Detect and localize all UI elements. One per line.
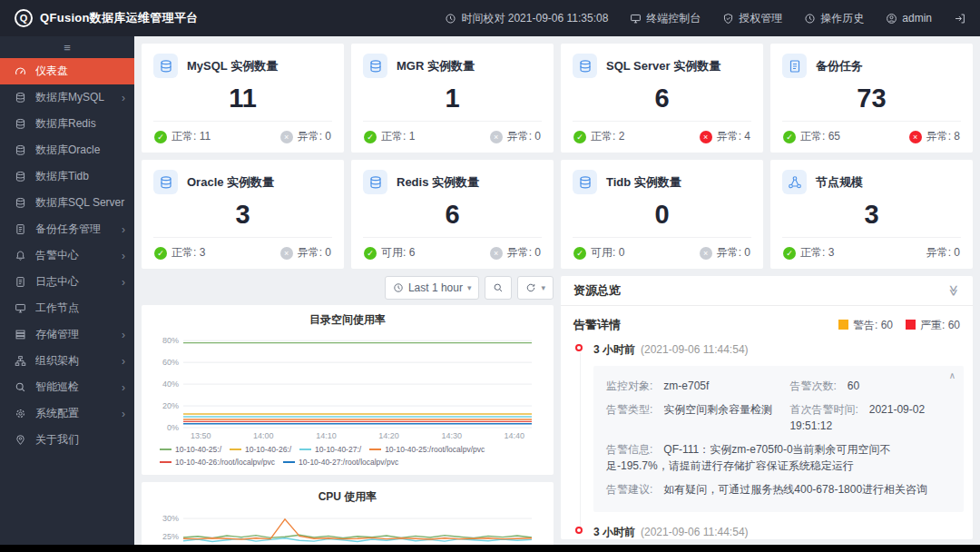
stat-card-redis: Redis 实例数量 6 ✓可用: 6×异常: 0 (351, 160, 554, 269)
bad-count: 异常: 8 (926, 129, 960, 144)
sidebar-nav: 仪表盘 数据库MySQL› 数据库Redis 数据库Oracle 数据库Tidb… (0, 58, 134, 453)
ok-count: 正常: 65 (800, 129, 840, 144)
svg-text:25%: 25% (162, 532, 179, 541)
bad-count: 异常: 0 (507, 245, 541, 261)
x-circle-icon: × (280, 247, 293, 260)
gear-icon (15, 408, 26, 419)
sidebar-item-inspection[interactable]: 智能巡检› (0, 374, 134, 400)
sidebar-item-oracle[interactable]: 数据库Oracle (0, 137, 134, 163)
sidebar-item-mysql[interactable]: 数据库MySQL› (0, 84, 134, 111)
check-circle-icon: ✓ (573, 131, 586, 143)
sidebar-item-sqlserver[interactable]: 数据库SQL Server (0, 190, 134, 216)
chevron-right-icon: › (122, 250, 125, 262)
svg-text:14:10: 14:10 (316, 431, 337, 440)
cpu-usage-chart-card: CPU 使用率 30%25%20%13:5014:0014:1014:2014:… (142, 482, 554, 552)
svg-text:80%: 80% (162, 336, 179, 345)
alert-advice: 如有疑问，可通过服务热线400-678-1800进行相关咨询 (663, 483, 927, 496)
alerts-title: 告警详情 (573, 317, 621, 333)
card-title: 备份任务 (816, 58, 863, 74)
x-circle-icon: × (280, 131, 293, 143)
legend-item[interactable]: 10-10-40-27:/ (299, 444, 361, 455)
legend-item[interactable]: 10-10-40-26:/ (230, 444, 291, 455)
svg-text:0%: 0% (167, 423, 179, 432)
legend-item[interactable]: 10-10-40-25:/ (160, 444, 221, 455)
sidebar-item-organization[interactable]: 组织架构› (0, 348, 134, 374)
card-value: 0 (573, 200, 751, 230)
charts-column: Last 1 hour▾ ▾ 目录空间使用率 80%60%40%20%0%13:… (142, 276, 554, 552)
gauge-icon (15, 65, 26, 77)
critical-swatch (906, 320, 916, 330)
svg-text:14:40: 14:40 (505, 431, 525, 440)
collapse-panel-icon[interactable]: ≫ (948, 285, 961, 297)
card-title: Oracle 实例数量 (187, 174, 274, 191)
database-icon (15, 144, 26, 156)
clock-icon (393, 282, 404, 293)
chevron-right-icon: › (122, 92, 125, 104)
license-management-button[interactable]: 授权管理 (722, 11, 782, 26)
sidebar-item-tidb[interactable]: 数据库Tidb (0, 163, 134, 190)
ok-count: 正常: 11 (172, 129, 211, 144)
x-circle-icon: × (490, 247, 503, 260)
collapse-sidebar-icon[interactable]: ≡ (64, 41, 71, 54)
sidebar-item-backup-tasks[interactable]: 备份任务管理› (0, 216, 134, 242)
sidebar-item-system-config[interactable]: 系统配置› (0, 400, 134, 427)
ok-count: 正常: 3 (172, 245, 205, 261)
alert-timestamp: (2021-09-06 11:44:54) (641, 343, 749, 356)
time-range-label: Last 1 hour (408, 281, 463, 294)
operation-history-button[interactable]: 操作历史 (804, 11, 864, 26)
shield-icon (722, 13, 734, 25)
card-value: 11 (153, 84, 332, 113)
topbar-actions: 时间校对 2021-09-06 11:35:08 终端控制台 授权管理 操作历史… (445, 11, 965, 26)
stat-card-tidb: Tidb 实例数量 0 ✓可用: 0×异常: 0 (561, 160, 763, 269)
stat-card-nodes: 节点规模 3 ✓正常: 3异常: 0 (770, 160, 973, 269)
legend-item[interactable]: 10-10-40-26:/root/localpv/pvc (160, 457, 275, 468)
sidebar-item-storage[interactable]: 存储管理› (0, 321, 134, 348)
time-sync: 时间校对 2021-09-06 11:35:08 (445, 11, 608, 26)
directory-usage-chart-card: 目录空间使用率 80%60%40%20%0%13:5014:0014:1014:… (142, 305, 554, 475)
alert-time-ago: 3 小时前 (593, 343, 635, 356)
legend-item[interactable]: 10-10-40-25:/root/localpv/pvc (369, 444, 485, 455)
legend-swatch (160, 448, 172, 450)
resource-overview-panel: 资源总览 ≫ 告警详情 警告: 60 严重: 60 3 小时前(2021-09-… (561, 276, 973, 539)
sidebar-item-dashboard[interactable]: 仪表盘 (0, 58, 134, 84)
collapse-alert-icon[interactable]: ∧ (949, 370, 956, 380)
chevron-right-icon: › (122, 276, 125, 289)
legend-swatch (230, 448, 241, 450)
timeline-dot-icon (575, 344, 583, 351)
chevron-down-icon: ▾ (467, 283, 472, 292)
bad-count: 异常: 4 (717, 129, 750, 144)
database-icon (578, 59, 593, 74)
alert-item: 3 小时前(2021-09-06 11:44:54) ∧ 监控对象:zm-e70… (561, 342, 964, 512)
refresh-button[interactable]: ▾ (517, 276, 554, 300)
database-icon (159, 59, 173, 74)
check-circle-icon: ✓ (364, 131, 377, 143)
user-menu[interactable]: admin (886, 12, 932, 25)
database-icon (15, 92, 26, 104)
svg-text:13:50: 13:50 (191, 431, 211, 440)
card-value: 6 (573, 84, 751, 113)
svg-text:14:20: 14:20 (378, 431, 399, 440)
ok-count: 可用: 0 (591, 245, 624, 261)
legend-label: 10-10-40-26:/root/localpv/pvc (175, 457, 275, 468)
app-title: QFusion数据库运维管理平台 (40, 10, 199, 26)
sidebar-item-about[interactable]: 关于我们 (0, 427, 134, 453)
line-chart-canvas: 80%60%40%20%0%13:5014:0014:1014:2014:301… (152, 329, 543, 441)
directory-usage-chart: 80%60%40%20%0%13:5014:0014:1014:2014:301… (152, 329, 543, 441)
logout-button[interactable] (954, 13, 965, 25)
sidebar-item-redis[interactable]: 数据库Redis (0, 111, 134, 137)
legend-item[interactable]: 10-10-40-27:/root/localpv/pvc (283, 457, 398, 468)
bell-icon (15, 250, 26, 261)
app-logo-icon: Q (15, 9, 33, 27)
stat-card-backup: 备份任务 73 ✓正常: 65×异常: 8 (770, 44, 973, 153)
x-circle-icon: × (490, 131, 503, 143)
zoom-button[interactable] (485, 276, 512, 300)
sidebar-item-log-center[interactable]: 日志中心› (0, 269, 134, 295)
sidebar-item-alert-center[interactable]: 告警中心› (0, 242, 134, 269)
database-icon (15, 118, 26, 130)
stat-card-oracle: Oracle 实例数量 3 ✓正常: 3×异常: 0 (142, 160, 344, 269)
sidebar-item-worker-nodes[interactable]: 工作节点 (0, 295, 134, 321)
terminal-console-button[interactable]: 终端控制台 (630, 11, 701, 26)
time-range-button[interactable]: Last 1 hour▾ (385, 276, 480, 300)
brand: Q QFusion数据库运维管理平台 (15, 9, 199, 27)
x-circle-icon: × (700, 131, 712, 143)
